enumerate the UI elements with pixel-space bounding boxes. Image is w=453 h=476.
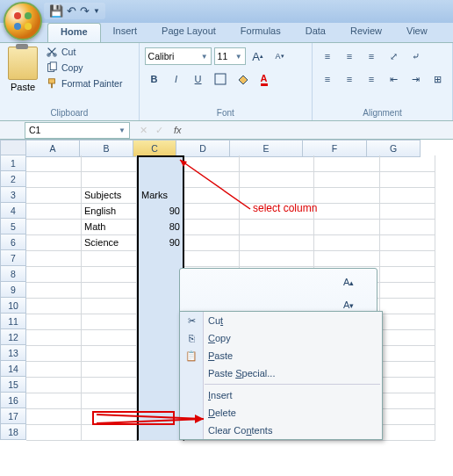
cell-G12[interactable] [380, 329, 435, 346]
cell-B7[interactable] [82, 250, 137, 267]
column-header-F[interactable]: F [303, 140, 367, 157]
undo-icon[interactable]: ↶ [67, 4, 76, 18]
column-header-G[interactable]: G [367, 140, 421, 157]
cell-G8[interactable] [380, 266, 435, 283]
cell-G14[interactable] [380, 361, 435, 378]
cell-G13[interactable] [380, 345, 435, 362]
qat-dropdown-icon[interactable]: ▼ [93, 7, 100, 15]
cell-B18[interactable] [82, 424, 137, 441]
decrease-indent-button[interactable]: ⇤ [384, 69, 403, 89]
cell-B8[interactable] [82, 266, 137, 283]
cell-G10[interactable] [380, 298, 435, 314]
cell-B16[interactable] [82, 393, 137, 409]
cell-F7[interactable] [314, 250, 380, 267]
cell-C2[interactable] [137, 171, 184, 188]
redo-icon[interactable]: ↷ [80, 4, 90, 18]
row-header-12[interactable]: 12 [0, 329, 26, 345]
shrink-font-button[interactable]: A▾ [270, 47, 290, 66]
cell-E1[interactable] [240, 155, 314, 172]
cell-C9[interactable] [137, 282, 184, 299]
ctx-delete[interactable]: Delete [180, 404, 382, 422]
align-top-button[interactable]: ≡ [318, 47, 337, 66]
copy-button[interactable]: Copy [44, 61, 124, 75]
row-header-5[interactable]: 5 [0, 219, 26, 234]
orientation-button[interactable]: ⤢ [384, 47, 403, 66]
ctx-insert[interactable]: Insert [180, 386, 382, 404]
cell-B11[interactable] [82, 314, 137, 330]
cell-B14[interactable] [82, 361, 137, 378]
row-header-8[interactable]: 8 [0, 266, 26, 282]
tab-insert[interactable]: Insert [101, 23, 150, 42]
cell-E6[interactable] [240, 234, 314, 251]
cell-G16[interactable] [380, 393, 435, 409]
cell-C14[interactable] [137, 361, 184, 378]
cell-B4[interactable]: English [82, 203, 137, 220]
office-button[interactable] [4, 2, 42, 40]
wrap-text-button[interactable]: ⤶ [406, 47, 425, 66]
row-header-11[interactable]: 11 [0, 314, 26, 329]
cell-A2[interactable] [26, 171, 82, 188]
row-header-10[interactable]: 10 [0, 298, 26, 314]
cell-A16[interactable] [26, 393, 82, 409]
cell-A11[interactable] [26, 314, 82, 330]
paste-button[interactable]: Paste [5, 45, 40, 92]
cell-A13[interactable] [26, 345, 82, 362]
cell-G17[interactable] [380, 408, 435, 425]
cell-D6[interactable] [184, 234, 240, 251]
cell-C5[interactable]: 80 [137, 219, 184, 235]
column-header-B[interactable]: B [80, 140, 133, 157]
cell-B12[interactable] [82, 329, 137, 346]
cell-F3[interactable] [314, 187, 380, 204]
cell-A18[interactable] [26, 424, 82, 441]
row-header-3[interactable]: 3 [0, 187, 26, 203]
mini-grow-font[interactable]: A▴ [336, 270, 361, 293]
ctx-copy[interactable]: ⎘Copy [180, 329, 382, 347]
cell-E7[interactable] [240, 250, 314, 267]
select-all-button[interactable] [0, 140, 26, 155]
cell-D1[interactable] [184, 155, 240, 172]
cell-B3[interactable]: Subjects [82, 187, 137, 204]
cell-F6[interactable] [314, 234, 380, 251]
cell-G2[interactable] [380, 171, 435, 188]
tab-home[interactable]: Home [47, 23, 101, 42]
cell-C6[interactable]: 90 [137, 234, 184, 251]
row-header-2[interactable]: 2 [0, 171, 26, 187]
row-header-4[interactable]: 4 [0, 203, 26, 219]
align-left-button[interactable]: ≡ [318, 69, 337, 89]
cancel-formula-icon[interactable]: ✕ [135, 125, 151, 136]
cell-C16[interactable] [137, 393, 184, 409]
cell-A17[interactable] [26, 408, 82, 425]
cell-D2[interactable] [184, 171, 240, 188]
cell-A12[interactable] [26, 329, 82, 346]
cell-D4[interactable] [184, 203, 240, 220]
row-header-17[interactable]: 17 [0, 408, 26, 424]
cell-D7[interactable] [184, 250, 240, 267]
bold-button[interactable]: B [145, 69, 164, 89]
column-header-D[interactable]: D [176, 140, 230, 157]
cell-B13[interactable] [82, 345, 137, 362]
cell-G3[interactable] [380, 187, 435, 204]
cell-C11[interactable] [137, 314, 184, 330]
cell-C13[interactable] [137, 345, 184, 362]
align-middle-button[interactable]: ≡ [340, 47, 359, 66]
cell-G9[interactable] [380, 282, 435, 299]
cell-A5[interactable] [26, 219, 82, 235]
align-bottom-button[interactable]: ≡ [362, 47, 381, 66]
ctx-clear-contents[interactable]: Clear Contents [180, 422, 382, 439]
align-center-button[interactable]: ≡ [340, 69, 359, 89]
cell-A6[interactable] [26, 234, 82, 251]
cell-C15[interactable] [137, 377, 184, 393]
font-color-button[interactable]: A [255, 69, 274, 89]
merge-button[interactable]: ⊞ [428, 69, 447, 89]
cell-G11[interactable] [380, 314, 435, 330]
row-header-15[interactable]: 15 [0, 377, 26, 393]
format-painter-button[interactable]: Format Painter [44, 76, 124, 90]
tab-data[interactable]: Data [293, 23, 338, 42]
cell-A15[interactable] [26, 377, 82, 393]
cell-B5[interactable]: Math [82, 219, 137, 235]
underline-button[interactable]: U [189, 69, 208, 89]
align-right-button[interactable]: ≡ [362, 69, 381, 89]
grow-font-button[interactable]: A▴ [248, 47, 268, 66]
cell-G18[interactable] [380, 424, 435, 441]
cell-B6[interactable]: Science [82, 234, 137, 251]
